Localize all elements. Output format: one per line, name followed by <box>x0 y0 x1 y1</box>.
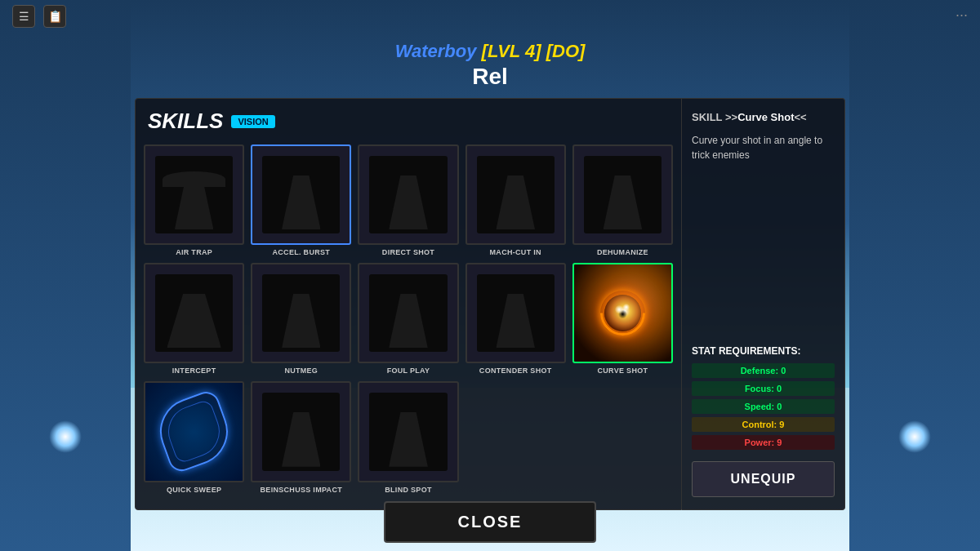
stat-focus: Focus: 0 <box>692 381 835 396</box>
skill-label-nutmeg: NUTMEG <box>284 367 318 375</box>
skill-label-accel-burst: ACCEL. BURST <box>272 248 330 256</box>
light-right <box>898 420 931 453</box>
skill-thumb-accel-burst <box>251 144 351 245</box>
unequip-button[interactable]: UNEQUIP <box>692 461 835 497</box>
skill-thumb-curve-shot <box>572 263 673 363</box>
skill-item-foul-play[interactable]: FOUL PLAY <box>358 263 458 375</box>
skill-icon-mach-cut-in <box>477 156 555 233</box>
skill-icon-air-trap <box>155 156 233 233</box>
skill-item-contender-shot[interactable]: CONTENDER SHOT <box>466 263 566 375</box>
stat-defense: Defense: 0 <box>692 363 835 378</box>
skill-item-air-trap[interactable]: AIR TRAP <box>144 144 244 256</box>
menu-icon[interactable]: ☰ <box>12 5 35 28</box>
skills-panel: SKILLS VISION AIR TRAP ACCEL. BURST <box>135 98 682 510</box>
skill-thumb-nutmeg <box>251 263 351 363</box>
curve-shot-icon <box>604 295 641 331</box>
char-title-line: Waterboy [LVL 4] [DO] <box>0 41 980 62</box>
char-name: Waterboy <box>395 41 477 61</box>
skill-item-quick-sweep[interactable]: QUICK SWEEP <box>144 381 244 493</box>
skill-icon-direct-shot <box>369 156 447 233</box>
skill-thumb-blind-spot <box>358 381 458 482</box>
skill-item-curve-shot[interactable]: CURVE SHOT <box>572 263 673 375</box>
close-btn-container: CLOSE <box>135 501 845 551</box>
skill-item-nutmeg[interactable]: NUTMEG <box>251 263 351 375</box>
skill-thumb-air-trap <box>144 144 244 245</box>
skill-thumb-dehumanize <box>572 144 673 245</box>
skills-header: SKILLS VISION <box>136 99 681 140</box>
skill-label-blind-spot: BLIND SPOT <box>385 486 432 494</box>
more-options-icon[interactable]: ··· <box>956 7 968 24</box>
skill-label-air-trap: AIR TRAP <box>176 248 212 256</box>
skill-name-highlight: Curve Shot <box>737 111 794 123</box>
skill-thumb-beinschuss-impact <box>251 381 351 482</box>
skill-prefix: SKILL >> <box>692 111 737 123</box>
skill-thumb-direct-shot <box>358 144 458 245</box>
skill-icon-dehumanize <box>584 156 662 233</box>
stat-power: Power: 9 <box>692 435 835 450</box>
skill-item-dehumanize[interactable]: DEHUMANIZE <box>572 144 673 256</box>
close-button[interactable]: CLOSE <box>384 501 596 543</box>
skill-thumb-foul-play <box>358 263 458 363</box>
skill-icon-foul-play <box>369 274 447 352</box>
skill-label-dehumanize: DEHUMANIZE <box>597 248 648 256</box>
skill-info-title: SKILL >>Curve Shot<< <box>692 111 835 123</box>
skill-item-accel-burst[interactable]: ACCEL. BURST <box>251 144 351 256</box>
skill-icon-nutmeg <box>262 274 340 352</box>
vision-badge: VISION <box>231 115 274 128</box>
main-dialog: SKILLS VISION AIR TRAP ACCEL. BURST <box>135 98 845 510</box>
skill-icon-beinschuss-impact <box>262 393 340 470</box>
skill-label-quick-sweep: QUICK SWEEP <box>167 486 221 494</box>
skill-label-intercept: INTERCEPT <box>172 367 216 375</box>
inventory-icon[interactable]: 📋 <box>43 5 66 28</box>
quick-sweep-shape <box>150 389 238 476</box>
char-rel-name: Rel <box>0 64 980 90</box>
skill-label-direct-shot: DIRECT SHOT <box>382 248 434 256</box>
skill-label-foul-play: FOUL PLAY <box>387 367 430 375</box>
skill-suffix: << <box>794 111 806 123</box>
light-left <box>49 420 82 453</box>
char-level-badge: [LVL 4] <box>482 41 541 61</box>
stat-control: Control: 9 <box>692 417 835 432</box>
stat-req-title: STAT REQUIREMENTS: <box>692 345 835 357</box>
skill-icon-accel-burst <box>262 156 340 233</box>
quick-sweep-icon <box>145 383 243 480</box>
top-icons: ☰ 📋 <box>12 5 66 28</box>
stat-speed: Speed: 0 <box>692 399 835 414</box>
skill-thumb-mach-cut-in <box>466 144 566 245</box>
skill-description: Curve your shot in an angle to trick ene… <box>692 133 835 329</box>
skill-icon-intercept <box>155 274 233 352</box>
info-panel: SKILL >>Curve Shot<< Curve your shot in … <box>682 98 845 510</box>
skill-thumb-quick-sweep <box>144 381 244 482</box>
skill-label-mach-cut-in: MACH-CUT IN <box>490 248 541 256</box>
curve-swirl <box>604 295 641 331</box>
skill-item-beinschuss-impact[interactable]: BEINSCHUSS IMPACT <box>251 381 351 493</box>
skill-item-intercept[interactable]: INTERCEPT <box>144 263 244 375</box>
skill-thumb-intercept <box>144 263 244 363</box>
top-bar: ☰ 📋 ··· <box>0 0 980 33</box>
skill-thumb-contender-shot <box>466 263 566 363</box>
skill-item-mach-cut-in[interactable]: MACH-CUT IN <box>466 144 566 256</box>
skill-icon-blind-spot <box>369 393 447 470</box>
skill-label-beinschuss-impact: BEINSCHUSS IMPACT <box>261 486 342 494</box>
skill-label-contender-shot: CONTENDER SHOT <box>479 367 552 375</box>
char-header: Waterboy [LVL 4] [DO] Rel <box>0 41 980 90</box>
skill-item-blind-spot[interactable]: BLIND SPOT <box>358 381 458 493</box>
skills-title: SKILLS <box>148 109 223 134</box>
char-tag: [DO] <box>546 41 586 61</box>
skill-label-curve-shot: CURVE SHOT <box>597 367 648 375</box>
skill-icon-contender-shot <box>477 274 555 352</box>
skills-grid: AIR TRAP ACCEL. BURST DIRECT SHOT <box>136 140 681 509</box>
skill-item-direct-shot[interactable]: DIRECT SHOT <box>358 144 458 256</box>
